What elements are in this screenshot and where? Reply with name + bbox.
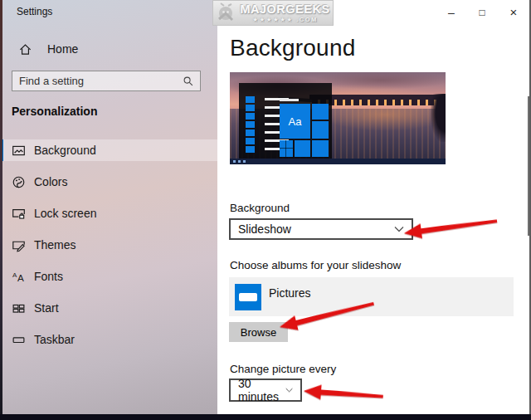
preview-start-menu: Aa <box>239 83 332 159</box>
page-title: Background <box>230 35 355 61</box>
background-type-dropdown[interactable]: Slideshow <box>229 218 413 240</box>
preview-tile <box>312 140 329 157</box>
majorgeeks-watermark: MAJORGEEKS ★★★★★★ .COM <box>212 0 334 26</box>
lock-screen-icon <box>12 207 26 221</box>
desktop-taskbar-strip <box>0 414 531 420</box>
albums-label: Choose albums for your slideshow <box>230 259 401 271</box>
change-picture-dropdown[interactable]: 30 minutes <box>229 378 302 402</box>
taskbar-icon <box>12 333 26 347</box>
preview-tile <box>295 140 310 157</box>
album-name: Pictures <box>269 286 311 300</box>
palette-icon <box>12 175 26 189</box>
preview-tile <box>312 104 329 120</box>
background-preview: Aa <box>230 72 446 164</box>
minimize-button[interactable]: – <box>441 2 462 23</box>
preview-tile <box>312 121 329 139</box>
background-icon <box>12 144 26 158</box>
home-icon <box>18 42 32 56</box>
start-icon <box>12 301 26 315</box>
search-box[interactable] <box>12 71 201 91</box>
sidebar-item-themes[interactable]: Themes <box>0 234 217 256</box>
main-content: – □ × Background <box>217 0 531 414</box>
search-input[interactable] <box>12 71 183 90</box>
change-picture-label: Change picture every <box>230 363 336 375</box>
background-dropdown-label: Background <box>230 202 290 214</box>
sidebar-item-start[interactable]: Start <box>0 297 217 319</box>
sidebar: Settings Home Personalization Background <box>0 0 217 414</box>
album-item-pictures[interactable]: Pictures <box>229 277 514 316</box>
desktop-edge-left <box>0 0 2 420</box>
sidebar-item-lock-screen[interactable]: Lock screen <box>0 203 217 224</box>
majorgeeks-mascot-icon <box>216 2 237 24</box>
screenshot-root: Settings Home Personalization Background <box>0 0 531 420</box>
preview-taskbar <box>230 159 446 164</box>
start-menu-group-label <box>280 99 299 101</box>
sidebar-item-label: Lock screen <box>34 207 96 220</box>
sidebar-item-label: Fonts <box>34 270 63 283</box>
maximize-button[interactable]: □ <box>471 2 493 23</box>
sidebar-item-label: Taskbar <box>34 333 75 346</box>
svg-text:A: A <box>17 272 24 283</box>
sidebar-item-label: Start <box>34 301 59 315</box>
majorgeeks-subtitle: ★★★★★★ .COM <box>237 17 333 23</box>
sidebar-item-colors[interactable]: Colors <box>0 171 217 193</box>
themes-icon <box>12 238 26 252</box>
fonts-icon: A A <box>12 270 26 284</box>
sidebar-item-taskbar[interactable]: Taskbar <box>0 329 217 350</box>
preview-tree-silhouette <box>431 94 446 142</box>
preview-tile-aa: Aa <box>280 104 310 139</box>
settings-window: Settings Home Personalization Background <box>0 0 531 414</box>
majorgeeks-name: MAJORGEEKS <box>237 3 333 16</box>
chevron-down-icon <box>285 387 293 393</box>
preview-tile <box>280 140 293 157</box>
sidebar-item-home[interactable]: Home <box>0 38 217 60</box>
sidebar-item-fonts[interactable]: A A Fonts <box>0 266 217 287</box>
majorgeeks-watermark-text: MAJORGEEKS ★★★★★★ .COM <box>237 3 333 23</box>
close-button[interactable]: × <box>503 2 524 23</box>
window-title: Settings <box>17 6 52 17</box>
sidebar-section-title: Personalization <box>12 105 97 118</box>
search-icon <box>183 76 194 87</box>
sidebar-item-label: Themes <box>34 238 76 252</box>
change-picture-value: 30 minutes <box>238 377 285 403</box>
sidebar-item-label: Colors <box>34 175 67 188</box>
background-type-value: Slideshow <box>238 222 291 236</box>
album-folder-icon <box>235 284 261 310</box>
sidebar-home-label: Home <box>47 42 78 56</box>
sidebar-item-background[interactable]: Background <box>0 139 217 161</box>
sidebar-item-label: Background <box>34 144 96 157</box>
